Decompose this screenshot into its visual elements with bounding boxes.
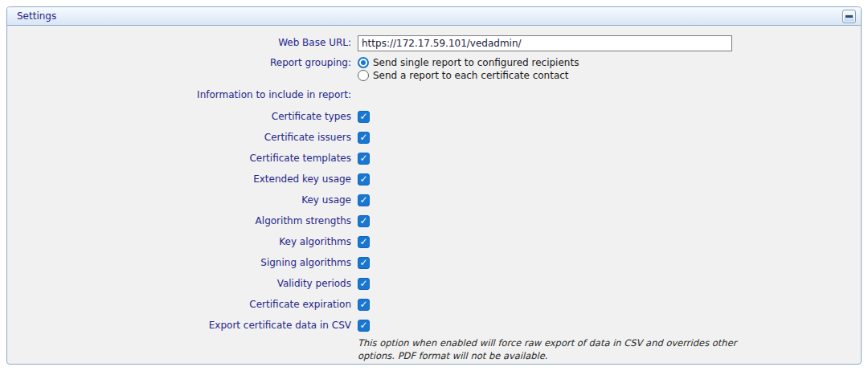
web-base-url-label: Web Base URL: <box>7 37 358 48</box>
checkbox[interactable]: ✓ <box>358 215 370 227</box>
radio-option-label: Send a report to each certificate contac… <box>373 70 569 81</box>
checkbox[interactable]: ✓ <box>358 153 370 165</box>
collapse-button[interactable] <box>842 10 856 23</box>
report-grouping-row: Report grouping: Send single report to c… <box>7 56 861 82</box>
check-icon: ✓ <box>359 237 367 247</box>
include-section-label: Information to include in report: <box>7 89 358 100</box>
check-icon: ✓ <box>359 132 367 142</box>
panel-body: Web Base URL: Report grouping: Send sing… <box>7 26 861 362</box>
checkbox-row-certificate-templates: Certificate templates ✓ <box>7 148 861 169</box>
checkbox[interactable]: ✓ <box>358 278 370 290</box>
web-base-url-row: Web Base URL: <box>7 34 861 51</box>
checkbox[interactable]: ✓ <box>358 194 370 206</box>
checkbox-label: Key usage <box>7 194 358 206</box>
radio-button-selected[interactable] <box>358 57 369 68</box>
checkbox[interactable]: ✓ <box>358 132 370 144</box>
checkbox-row-certificate-expiration: Certificate expiration ✓ <box>7 294 861 315</box>
csv-note-text: This option when enabled will force raw … <box>358 336 764 362</box>
checkbox[interactable]: ✓ <box>358 257 370 269</box>
checkbox[interactable]: ✓ <box>358 173 370 186</box>
check-icon: ✓ <box>359 112 367 121</box>
panel-title: Settings <box>17 10 842 22</box>
radio-option-single-report[interactable]: Send single report to configured recipie… <box>358 56 861 69</box>
minus-icon <box>845 15 853 18</box>
checkbox-label: Certificate types <box>7 111 358 122</box>
checkbox-row-certificate-types: Certificate types ✓ <box>7 106 861 127</box>
checkbox-label: Certificate templates <box>7 153 358 164</box>
checkbox-label: Export certificate data in CSV <box>7 320 358 331</box>
checkbox-label: Key algorithms <box>7 236 358 247</box>
check-icon: ✓ <box>359 195 367 205</box>
checkbox-label: Signing algorithms <box>7 257 358 268</box>
check-icon: ✓ <box>359 300 367 309</box>
check-icon: ✓ <box>359 174 367 184</box>
radio-option-label: Send single report to configured recipie… <box>373 57 579 68</box>
check-icon: ✓ <box>359 216 367 226</box>
checkbox-row-key-algorithms: Key algorithms ✓ <box>7 231 861 252</box>
report-grouping-label: Report grouping: <box>7 56 358 68</box>
radio-button-unselected[interactable] <box>358 70 369 81</box>
checkbox[interactable]: ✓ <box>358 320 370 332</box>
checkbox[interactable]: ✓ <box>358 111 370 123</box>
checkbox[interactable]: ✓ <box>358 236 370 248</box>
panel-header: Settings <box>7 7 861 26</box>
checkbox-label: Certificate expiration <box>7 299 358 310</box>
checkbox-row-certificate-issuers: Certificate issuers ✓ <box>7 127 861 148</box>
checkbox-label: Validity periods <box>7 278 358 289</box>
checkbox-label: Algorithm strengths <box>7 215 358 226</box>
checkbox-row-extended-key-usage: Extended key usage ✓ <box>7 169 861 190</box>
checkbox-row-export-csv: Export certificate data in CSV ✓ <box>7 315 861 336</box>
checkbox-label: Extended key usage <box>7 173 358 185</box>
check-icon: ✓ <box>359 320 367 330</box>
checkbox-row-key-usage: Key usage ✓ <box>7 190 861 210</box>
checkbox-label: Certificate issuers <box>7 132 358 143</box>
checkbox-row-algorithm-strengths: Algorithm strengths ✓ <box>7 210 861 231</box>
checkbox-row-validity-periods: Validity periods ✓ <box>7 273 861 294</box>
check-icon: ✓ <box>359 279 367 288</box>
csv-note-row: This option when enabled will force raw … <box>7 336 861 362</box>
check-icon: ✓ <box>359 153 367 163</box>
checkbox[interactable]: ✓ <box>358 299 370 311</box>
checkbox-row-signing-algorithms: Signing algorithms ✓ <box>7 252 861 273</box>
settings-panel: Settings Web Base URL: Report grouping: … <box>6 6 862 365</box>
include-section-row: Information to include in report: <box>7 88 861 101</box>
radio-option-per-contact[interactable]: Send a report to each certificate contac… <box>358 69 861 82</box>
web-base-url-input[interactable] <box>358 35 732 51</box>
check-icon: ✓ <box>359 258 367 267</box>
